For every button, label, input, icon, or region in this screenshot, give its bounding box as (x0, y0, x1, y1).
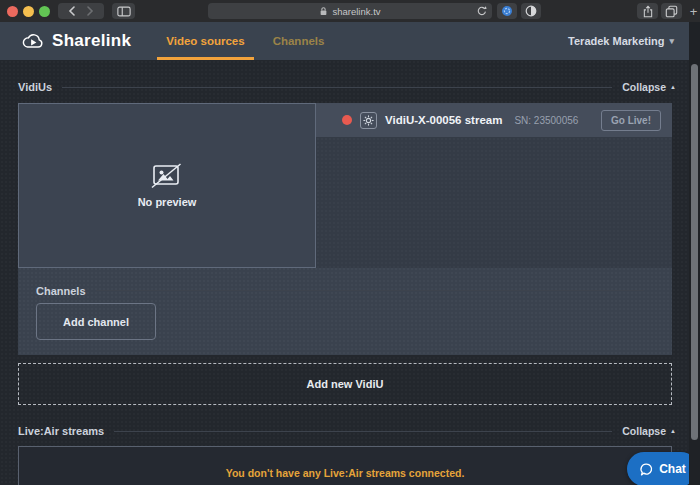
chevron-down-icon: ▾ (669, 36, 674, 46)
main-tabs: Video sources Channels (157, 22, 333, 60)
site-header: Sharelink Video sources Channels Teradek… (0, 22, 700, 60)
divider (114, 431, 612, 432)
stream-details-area (316, 137, 672, 268)
serial-number: SN: 23500056 (514, 115, 578, 126)
liveair-collapse-toggle[interactable]: Collapse ▲ (622, 425, 676, 437)
scrollbar-thumb[interactable] (691, 64, 698, 440)
share-icon (642, 5, 654, 18)
stream-settings-button[interactable] (360, 112, 377, 129)
sidebar-toggle-button[interactable] (112, 3, 135, 19)
channels-subsection-header: Channels (36, 284, 654, 297)
liveair-empty-message: You don't have any Live:Air streams conn… (19, 467, 671, 479)
tab-video-sources[interactable]: Video sources (157, 22, 253, 60)
triangle-up-icon: ▲ (670, 84, 676, 90)
account-menu[interactable]: Teradek Marketing ▾ (568, 22, 674, 60)
liveair-panel: You don't have any Live:Air streams conn… (18, 446, 672, 485)
chat-button[interactable]: Chat (627, 452, 698, 485)
vidius-section-title: VidiUs (18, 81, 52, 93)
tabs-icon (665, 5, 678, 18)
tab-channels[interactable]: Channels (264, 22, 334, 60)
back-button[interactable] (68, 6, 76, 16)
liveair-section-title: Live:Air streams (18, 425, 104, 437)
stream-header-row: VidiU-X-00056 stream SN: 23500056 Go Liv… (316, 103, 672, 137)
url-text: sharelink.tv (332, 6, 380, 17)
collapse-label: Collapse (622, 425, 666, 437)
cloud-play-icon (20, 32, 47, 51)
add-channel-button[interactable]: Add channel (36, 303, 156, 340)
vidius-collapse-toggle[interactable]: Collapse ▲ (622, 81, 676, 93)
serial-label: SN: (514, 115, 531, 126)
vidiu-device-panel: No preview VidiU-X-00056 stream SN: (18, 103, 672, 355)
tab-overview-button[interactable] (661, 3, 682, 19)
account-name: Teradek Marketing (568, 35, 664, 47)
vidius-section-header: VidiUs Collapse ▲ (18, 80, 676, 94)
triangle-up-icon: ▲ (670, 428, 676, 434)
offline-status-dot (342, 115, 352, 125)
forward-button[interactable] (86, 6, 94, 16)
stream-preview-card: No preview (18, 103, 316, 268)
no-preview-label: No preview (138, 196, 197, 208)
divider (62, 87, 612, 88)
channels-title: Channels (36, 285, 86, 297)
go-live-button[interactable]: Go Live! (601, 110, 661, 131)
zoom-window-button[interactable] (39, 6, 50, 17)
gear-icon (363, 115, 374, 126)
browser-scrollbar (689, 22, 700, 485)
minimize-window-button[interactable] (23, 6, 34, 17)
page-content: VidiUs Collapse ▲ No preview (0, 60, 700, 485)
speech-bubble-icon (639, 462, 654, 477)
close-window-button[interactable] (7, 6, 18, 17)
logo-text: Sharelink (52, 31, 131, 51)
collapse-label: Collapse (622, 81, 666, 93)
sidebar-icon (117, 6, 131, 17)
blue-extension-icon (501, 5, 513, 17)
divider (96, 290, 644, 291)
liveair-section-header: Live:Air streams Collapse ▲ (18, 424, 676, 438)
contrast-icon (525, 5, 537, 17)
no-image-icon (151, 163, 183, 189)
extension-button-blue[interactable] (497, 3, 517, 19)
address-bar[interactable]: sharelink.tv (208, 3, 492, 19)
serial-value: 23500056 (534, 115, 579, 126)
new-tab-button[interactable]: + (687, 3, 700, 19)
nav-button-group (58, 3, 104, 19)
lock-icon (319, 6, 328, 16)
chat-label: Chat (659, 462, 686, 476)
add-new-vidiu-button[interactable]: Add new VidiU (18, 363, 672, 405)
share-button[interactable] (637, 3, 658, 19)
sharelink-logo[interactable]: Sharelink (20, 22, 131, 60)
stream-name: VidiU-X-00056 stream (385, 114, 502, 126)
reload-button[interactable] (476, 5, 487, 16)
browser-chrome: sharelink.tv + (0, 0, 700, 22)
extension-button-contrast[interactable] (521, 3, 541, 19)
